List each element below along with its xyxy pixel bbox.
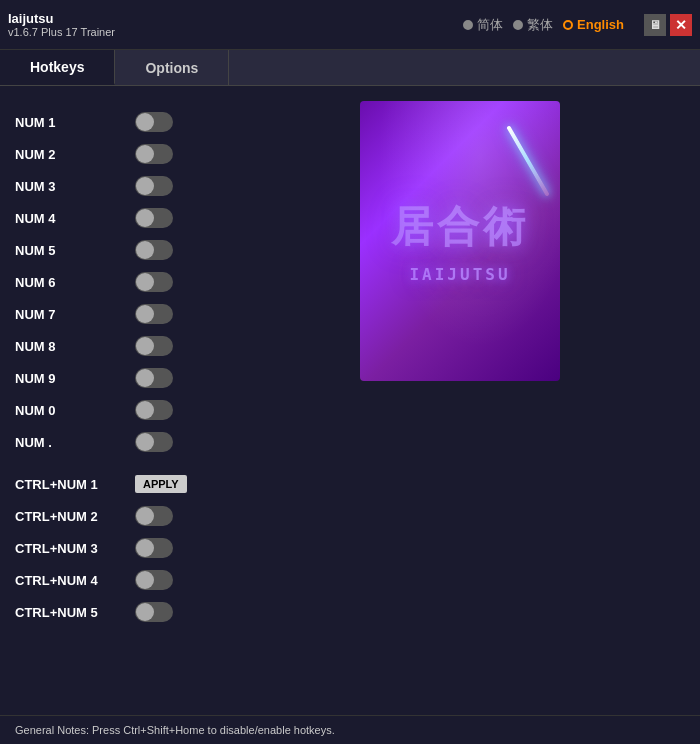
hotkey-row-ctrl-num3: CTRL+NUM 3 [0,532,220,564]
radio-simplified [463,20,473,30]
lang-english-label: English [577,17,624,32]
hotkey-label-ctrl-num1: CTRL+NUM 1 [15,477,115,492]
title-info: Iaijutsu v1.6.7 Plus 17 Trainer [8,11,115,38]
hotkey-label-num6: NUM 6 [15,275,115,290]
toggle-ctrl-num2[interactable] [135,506,173,526]
hotkeys-panel: NUM 1 NUM 2 NUM 3 NUM 4 NUM 5 NUM 6 [0,86,220,715]
language-controls: 简体 繁体 English 🖥 ✕ [463,14,692,36]
close-button[interactable]: ✕ [670,14,692,36]
cover-kanji: 居合術 [391,199,529,255]
radio-english [563,20,573,30]
hotkey-label-num5: NUM 5 [15,243,115,258]
hotkey-label-num2: NUM 2 [15,147,115,162]
hotkey-row-num4: NUM 4 [0,202,220,234]
toggle-num3[interactable] [135,176,173,196]
toggle-num2[interactable] [135,144,173,164]
game-image-area: 居合術 IAIJUTSU [220,86,700,715]
toggle-ctrl-num4[interactable] [135,570,173,590]
hotkey-row-num3: NUM 3 [0,170,220,202]
radio-traditional [513,20,523,30]
toggle-num6[interactable] [135,272,173,292]
hotkey-row-ctrl-num4: CTRL+NUM 4 [0,564,220,596]
hotkey-row-num7: NUM 7 [0,298,220,330]
hotkey-label-ctrl-num4: CTRL+NUM 4 [15,573,115,588]
version-label: v1.6.7 Plus 17 Trainer [8,26,115,38]
game-cover: 居合術 IAIJUTSU [360,101,560,381]
toggle-ctrl-num3[interactable] [135,538,173,558]
toggle-ctrl-num5[interactable] [135,602,173,622]
tab-options[interactable]: Options [115,50,229,85]
hotkey-row-num6: NUM 6 [0,266,220,298]
hotkey-label-num7: NUM 7 [15,307,115,322]
toggle-num1[interactable] [135,112,173,132]
lang-traditional[interactable]: 繁体 [513,16,553,34]
hotkey-label-num9: NUM 9 [15,371,115,386]
toggle-num9[interactable] [135,368,173,388]
footer-text: General Notes: Press Ctrl+Shift+Home to … [15,724,335,736]
hotkey-label-num8: NUM 8 [15,339,115,354]
main-content: NUM 1 NUM 2 NUM 3 NUM 4 NUM 5 NUM 6 [0,86,700,715]
hotkey-row-num2: NUM 2 [0,138,220,170]
tab-bar: Hotkeys Options [0,50,700,86]
lang-simplified-label: 简体 [477,16,503,34]
tab-hotkeys[interactable]: Hotkeys [0,50,115,85]
hotkey-label-num4: NUM 4 [15,211,115,226]
toggle-num4[interactable] [135,208,173,228]
toggle-num8[interactable] [135,336,173,356]
footer: General Notes: Press Ctrl+Shift+Home to … [0,715,700,744]
hotkey-label-ctrl-num5: CTRL+NUM 5 [15,605,115,620]
hotkey-row-num9: NUM 9 [0,362,220,394]
sword-decoration [506,125,549,196]
hotkey-label-numperiod: NUM . [15,435,115,450]
toggle-num7[interactable] [135,304,173,324]
hotkey-label-ctrl-num3: CTRL+NUM 3 [15,541,115,556]
hotkey-row-num8: NUM 8 [0,330,220,362]
window-controls: 🖥 ✕ [644,14,692,36]
hotkey-row-num0: NUM 0 [0,394,220,426]
monitor-button[interactable]: 🖥 [644,14,666,36]
cover-latin: IAIJUTSU [409,265,510,284]
hotkey-label-num0: NUM 0 [15,403,115,418]
apply-button[interactable]: APPLY [135,475,187,493]
toggle-num5[interactable] [135,240,173,260]
toggle-numperiod[interactable] [135,432,173,452]
lang-traditional-label: 繁体 [527,16,553,34]
hotkey-label-num3: NUM 3 [15,179,115,194]
lang-english[interactable]: English [563,17,624,32]
hotkey-row-ctrl-num2: CTRL+NUM 2 [0,500,220,532]
game-title: Iaijutsu [8,11,115,26]
hotkey-row-num5: NUM 5 [0,234,220,266]
hotkey-row-num1: NUM 1 [0,106,220,138]
hotkey-row-numperiod: NUM . [0,426,220,458]
hotkey-label-num1: NUM 1 [15,115,115,130]
title-bar: Iaijutsu v1.6.7 Plus 17 Trainer 简体 繁体 En… [0,0,700,50]
toggle-num0[interactable] [135,400,173,420]
lang-simplified[interactable]: 简体 [463,16,503,34]
hotkey-label-ctrl-num2: CTRL+NUM 2 [15,509,115,524]
hotkey-row-ctrl-num5: CTRL+NUM 5 [0,596,220,628]
hotkey-row-ctrl-num1: CTRL+NUM 1 APPLY [0,468,220,500]
